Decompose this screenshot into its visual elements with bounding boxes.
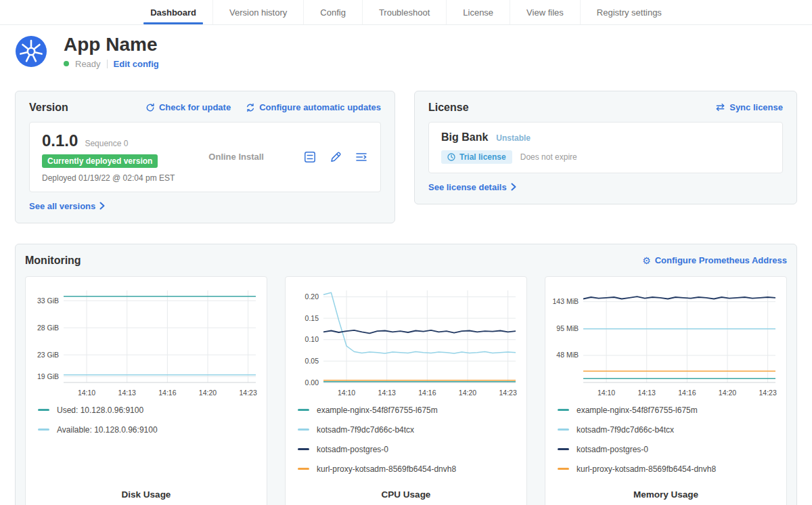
legend-label: kotsadm-7f9dc7d66c-b4tcx (577, 425, 674, 435)
legend-swatch (298, 468, 309, 470)
legend-label: kurl-proxy-kotsadm-8569fb6454-dnvh8 (577, 464, 716, 474)
svg-text:0.10: 0.10 (305, 335, 319, 343)
auto-update-icon (246, 103, 255, 112)
legend-label: kurl-proxy-kotsadm-8569fb6454-dnvh8 (317, 464, 456, 474)
edit-config-link[interactable]: Edit config (114, 59, 159, 69)
svg-text:33 GiB: 33 GiB (37, 296, 59, 304)
configure-prometheus-label: Configure Prometheus Address (655, 255, 787, 265)
disk-usage-card: 19 GiB23 GiB28 GiB33 GiB14:1014:1314:161… (25, 276, 267, 505)
monitoring-title: Monitoring (25, 255, 81, 267)
check-for-update-link[interactable]: Check for update (145, 102, 231, 112)
check-for-update-label: Check for update (159, 102, 231, 112)
legend-item: example-nginx-54f8f76755-l675m (298, 405, 514, 415)
legend-item: kotsadm-postgres-0 (558, 445, 774, 454)
svg-text:143 MiB: 143 MiB (552, 297, 579, 305)
legend-swatch (38, 409, 49, 411)
legend-label: example-nginx-54f8f76755-l675m (317, 405, 438, 415)
page-title: App Name (64, 35, 159, 56)
trial-license-label: Trial license (459, 152, 506, 162)
chart-title: Memory Usage (551, 484, 781, 500)
legend-swatch (38, 429, 49, 431)
svg-text:14:20: 14:20 (199, 389, 217, 397)
license-card-title: License (428, 102, 469, 114)
see-license-details-link[interactable]: See license details (428, 182, 516, 192)
svg-text:14:10: 14:10 (597, 389, 615, 397)
tab-license[interactable]: License (446, 0, 510, 24)
tab-dashboard[interactable]: Dashboard (134, 0, 212, 24)
license-card: License Sync license Big Bank Unstable (414, 91, 797, 204)
memory-usage-chart: 48 MiB95 MiB143 MiB14:1014:1314:1614:201… (551, 284, 781, 400)
monitoring-section: Monitoring ⚙ Configure Prometheus Addres… (15, 244, 797, 505)
deploy-logs-icon[interactable] (355, 150, 368, 164)
legend-swatch (558, 448, 569, 450)
svg-text:14:20: 14:20 (719, 389, 736, 397)
svg-text:14:23: 14:23 (499, 389, 516, 397)
version-card-title: Version (29, 102, 68, 114)
disk-usage-legend: Used: 10.128.0.96:9100Available: 10.128.… (31, 405, 261, 445)
cpu-usage-chart: 0.000.050.100.150.2014:1014:1314:1614:20… (291, 284, 521, 400)
svg-text:0.05: 0.05 (305, 357, 319, 365)
release-notes-icon[interactable] (303, 150, 317, 164)
chart-title: CPU Usage (291, 484, 521, 500)
divider (107, 60, 108, 68)
svg-text:14:10: 14:10 (78, 389, 95, 397)
tab-version-history[interactable]: Version history (212, 0, 303, 24)
svg-text:14:16: 14:16 (158, 389, 176, 397)
legend-item: kurl-proxy-kotsadm-8569fb6454-dnvh8 (298, 464, 514, 474)
legend-item: Used: 10.128.0.96:9100 (38, 405, 254, 415)
deployed-timestamp: Deployed 01/19/22 @ 02:04 pm EST (42, 173, 175, 183)
tab-troubleshoot[interactable]: Troubleshoot (362, 0, 446, 24)
legend-item: example-nginx-54f8f76755-l675m (558, 405, 774, 415)
svg-text:0.15: 0.15 (305, 313, 319, 322)
see-all-versions-link[interactable]: See all versions (29, 201, 105, 211)
configure-automatic-updates-label: Configure automatic updates (259, 102, 381, 112)
legend-label: example-nginx-54f8f76755-l675m (577, 405, 698, 415)
license-customer-name: Big Bank (441, 131, 488, 144)
legend-swatch (298, 448, 309, 450)
version-number: 0.1.0 (42, 131, 78, 150)
tab-registry-settings[interactable]: Registry settings (580, 0, 678, 24)
cpu-usage-legend: example-nginx-54f8f76755-l675mkotsadm-7f… (291, 405, 521, 484)
legend-item: kotsadm-7f9dc7d66c-b4tcx (558, 425, 774, 435)
cpu-usage-card: 0.000.050.100.150.2014:1014:1314:1614:20… (285, 276, 527, 505)
svg-text:23 GiB: 23 GiB (37, 350, 59, 358)
legend-swatch (558, 409, 569, 411)
svg-text:28 GiB: 28 GiB (37, 323, 59, 331)
chart-title: Disk Usage (31, 484, 261, 500)
svg-text:0.00: 0.00 (305, 378, 319, 386)
sequence-label: Sequence 0 (85, 139, 128, 148)
trial-license-badge: Trial license (441, 150, 512, 164)
sync-license-link[interactable]: Sync license (715, 102, 783, 112)
legend-item: Available: 10.128.0.96:9100 (38, 425, 254, 435)
clock-icon (447, 153, 455, 161)
legend-label: Available: 10.128.0.96:9100 (57, 425, 158, 435)
version-card: Version Check for update (15, 91, 395, 223)
gear-icon: ⚙ (642, 256, 651, 265)
chevron-right-icon (99, 202, 105, 210)
legend-item: kotsadm-7f9dc7d66c-b4tcx (298, 425, 514, 435)
tab-view-files[interactable]: View files (510, 0, 580, 24)
status-label: Ready (75, 59, 101, 69)
legend-item: kotsadm-postgres-0 (298, 445, 514, 454)
app-header: App Name Ready Edit config (15, 35, 797, 69)
configure-prometheus-link[interactable]: ⚙ Configure Prometheus Address (642, 255, 787, 265)
license-channel-label: Unstable (496, 133, 531, 143)
svg-text:14:16: 14:16 (418, 389, 436, 397)
see-all-versions-label: See all versions (29, 201, 95, 211)
svg-text:95 MiB: 95 MiB (556, 324, 579, 332)
legend-item: kurl-proxy-kotsadm-8569fb6454-dnvh8 (558, 464, 774, 474)
legend-swatch (298, 429, 309, 431)
svg-text:14:13: 14:13 (118, 389, 136, 397)
configure-automatic-updates-link[interactable]: Configure automatic updates (246, 102, 381, 112)
edit-yaml-icon[interactable] (329, 150, 342, 164)
legend-label: kotsadm-7f9dc7d66c-b4tcx (317, 425, 414, 435)
svg-text:14:23: 14:23 (239, 389, 256, 397)
sync-license-label: Sync license (729, 102, 783, 112)
chevron-right-icon (511, 183, 516, 191)
legend-swatch (298, 409, 309, 411)
legend-swatch (558, 429, 569, 431)
tab-config[interactable]: Config (303, 0, 362, 24)
deployed-badge: Currently deployed version (42, 154, 158, 168)
svg-text:14:20: 14:20 (459, 389, 476, 397)
see-license-details-label: See license details (428, 182, 507, 192)
